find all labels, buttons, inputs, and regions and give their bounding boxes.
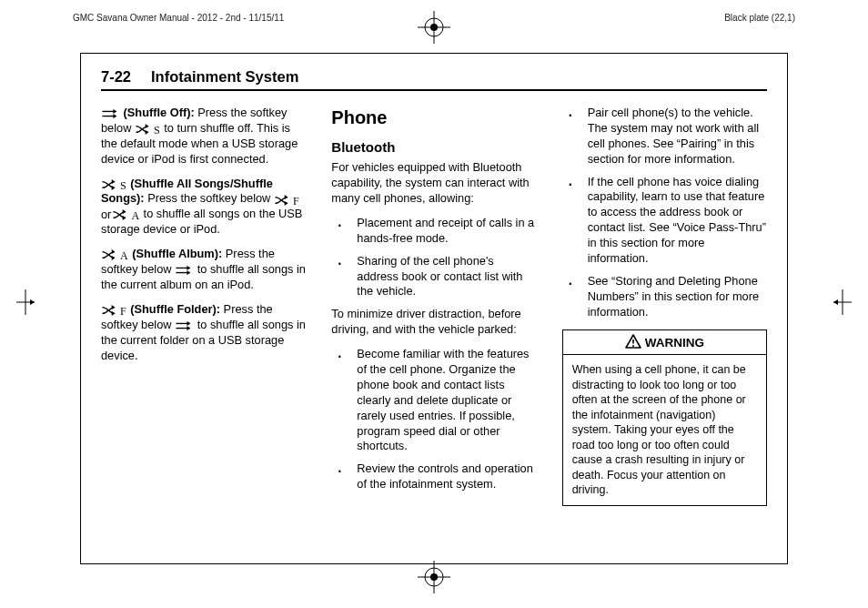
paragraph: S (Shuffle All Songs/Shuffle Songs): Pre… — [101, 177, 306, 238]
paragraph: (Shuffle Off): Press the softkey below S… — [101, 106, 306, 167]
paragraph: To minimize driver distraction, before d… — [331, 307, 536, 338]
warning-title: WARNING — [645, 336, 704, 350]
print-meta-left: GMC Savana Owner Manual - 2012 - 2nd - 1… — [73, 13, 284, 23]
print-meta-right: Black plate (22,1) — [724, 13, 795, 23]
crop-mark-icon — [13, 288, 38, 320]
registration-mark-icon — [416, 559, 452, 599]
lead-label: (Shuffle Off): — [120, 106, 197, 119]
lead-label: (Shuffle All Songs/Shuffle Songs): — [101, 177, 273, 206]
warning-icon — [625, 334, 641, 349]
page-frame: 7-22 Infotainment System (Shuffle Off): … — [80, 53, 788, 564]
crop-mark-icon — [830, 288, 855, 320]
running-head: 7-22 Infotainment System — [101, 68, 767, 91]
arrows-forward-icon — [175, 265, 193, 275]
warning-body: When using a cell phone, it can be distr… — [563, 355, 766, 505]
print-meta-bar: GMC Savana Owner Manual - 2012 - 2nd - 1… — [55, 13, 813, 35]
heading-phone: Phone — [331, 106, 536, 129]
arrows-forward-icon — [175, 320, 193, 330]
lead-label: (Shuffle Folder): — [127, 302, 224, 316]
bullet-list: Placement and receipt of calls in a hand… — [331, 216, 536, 299]
shuffle-f-icon: F — [274, 195, 299, 205]
shuffle-f-icon: F — [101, 305, 126, 315]
list-item: Pair cell phone(s) to the vehicle. The s… — [562, 106, 767, 167]
heading-bluetooth: Bluetooth — [331, 138, 536, 157]
registration-mark-icon — [416, 9, 452, 47]
lead-label: (Shuffle Album): — [129, 247, 226, 260]
body-columns: (Shuffle Off): Press the softkey below S… — [101, 106, 767, 548]
list-item: Placement and receipt of calls in a hand… — [331, 216, 536, 247]
shuffle-a-icon: A — [101, 249, 128, 259]
warning-box: WARNING When using a cell phone, it can … — [562, 329, 767, 506]
warning-heading: WARNING — [563, 330, 766, 356]
paragraph: For vehicles equipped with Bluetooth cap… — [331, 160, 536, 207]
list-item: Sharing of the cell phone's address book… — [331, 254, 536, 300]
column-2: Phone Bluetooth For vehicles equipped wi… — [331, 106, 536, 548]
print-sheet: GMC Savana Owner Manual - 2012 - 2nd - 1… — [0, 0, 868, 608]
paragraph: F (Shuffle Folder): Press the softkey be… — [101, 302, 306, 364]
shuffle-s-icon: S — [135, 124, 160, 134]
column-1: (Shuffle Off): Press the softkey below S… — [101, 106, 306, 548]
list-item: See “Storing and Deleting Phone Numbers”… — [562, 274, 767, 320]
text-or: or — [101, 208, 111, 223]
list-item: If the cell phone has voice dialing capa… — [562, 175, 767, 267]
bullet-list: Pair cell phone(s) to the vehicle. The s… — [562, 106, 767, 320]
shuffle-s-icon: S — [101, 179, 126, 189]
arrows-forward-icon — [101, 108, 119, 118]
list-item: Become familiar with the features of the… — [331, 347, 536, 454]
page-number: 7-22 — [101, 68, 131, 86]
column-3: Pair cell phone(s) to the vehicle. The s… — [562, 106, 767, 548]
bullet-list: Become familiar with the features of the… — [331, 347, 536, 492]
section-title: Infotainment System — [151, 68, 298, 86]
shuffle-a-icon: A — [112, 209, 139, 219]
list-item: Review the controls and operation of the… — [331, 461, 536, 492]
paragraph: A (Shuffle Album): Press the softkey bel… — [101, 247, 306, 293]
